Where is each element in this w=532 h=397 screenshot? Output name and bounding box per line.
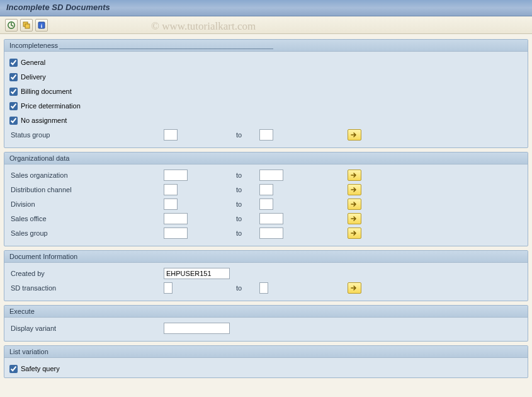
input-created-by[interactable]: [164, 268, 230, 279]
group-header-incompleteness: Incompleteness: [4, 40, 528, 52]
label-to: to: [236, 131, 259, 139]
label-created-by: Created by: [9, 270, 164, 277]
label-price: Price determination: [21, 102, 81, 110]
input-status-group-from[interactable]: [164, 129, 178, 141]
title-bar: Incomplete SD Documents: [0, 0, 532, 16]
page-title: Incomplete SD Documents: [6, 3, 526, 12]
group-listvar: List variation Safety query: [4, 345, 528, 378]
multiselect-button-sales-org[interactable]: [348, 170, 361, 181]
label-to: to: [236, 215, 259, 222]
label-sd-tx: SD transaction: [9, 284, 164, 292]
label-to: to: [236, 229, 259, 237]
checkbox-general[interactable]: [9, 59, 18, 67]
group-execute: Execute Display variant: [4, 305, 528, 342]
label-sales-office: Sales office: [9, 215, 164, 222]
label-billing: Billing document: [21, 88, 72, 95]
input-display-variant[interactable]: [164, 323, 230, 334]
label-safety-query: Safety query: [21, 365, 60, 372]
label-delivery: Delivery: [21, 73, 46, 81]
label-dist-channel: Distribution channel: [9, 186, 164, 193]
input-sales-group-to[interactable]: [259, 227, 283, 239]
group-docinfo: Document Information Created by SD trans…: [4, 250, 528, 301]
checkbox-delivery[interactable]: [9, 73, 18, 81]
input-sales-org-to[interactable]: [259, 170, 283, 181]
execute-icon[interactable]: [5, 19, 18, 32]
label-sales-group: Sales group: [9, 229, 164, 237]
group-orgdata: Organizational data Sales organization t…: [4, 152, 528, 246]
label-sales-org: Sales organization: [9, 171, 164, 179]
variant-icon[interactable]: [20, 19, 33, 32]
multiselect-button-sales-office[interactable]: [348, 213, 361, 224]
multiselect-button-division[interactable]: [348, 198, 361, 210]
multiselect-button-status-group[interactable]: [348, 129, 361, 141]
label-to: to: [236, 186, 259, 193]
multiselect-button-sd-tx[interactable]: [348, 282, 361, 294]
group-header-listvar: List variation: [4, 346, 528, 358]
multiselect-button-sales-group[interactable]: [348, 227, 361, 239]
checkbox-billing[interactable]: [9, 88, 18, 96]
multiselect-button-dist-channel[interactable]: [348, 184, 361, 195]
input-sales-org-from[interactable]: [164, 170, 188, 181]
checkbox-safety-query[interactable]: [9, 365, 18, 373]
label-noassign: No assignment: [21, 117, 67, 124]
checkbox-price[interactable]: [9, 102, 18, 110]
group-incompleteness: Incompleteness General Delivery Billing …: [4, 39, 528, 148]
input-sd-tx-to[interactable]: [259, 282, 268, 294]
input-dist-channel-to[interactable]: [259, 184, 273, 195]
input-sales-office-to[interactable]: [259, 213, 283, 224]
header-underline: [59, 42, 273, 49]
input-dist-channel-from[interactable]: [164, 184, 178, 195]
group-header-orgdata: Organizational data: [4, 152, 528, 164]
group-header-execute: Execute: [4, 306, 528, 318]
checkbox-noassign[interactable]: [9, 117, 18, 125]
label-display-variant: Display variant: [9, 325, 164, 332]
label-to: to: [236, 200, 259, 208]
group-header-docinfo: Document Information: [4, 251, 528, 263]
input-status-group-to[interactable]: [259, 129, 273, 141]
input-sd-tx-from[interactable]: [164, 282, 173, 294]
input-sales-group-from[interactable]: [164, 227, 188, 239]
label-general: General: [21, 59, 45, 66]
input-division-to[interactable]: [259, 198, 273, 210]
group-header-label: Incompleteness: [9, 42, 58, 49]
info-icon[interactable]: i: [35, 19, 48, 32]
input-division-from[interactable]: [164, 198, 178, 210]
label-to: to: [236, 284, 259, 292]
svg-rect-2: [25, 24, 30, 28]
content-area: Incompleteness General Delivery Billing …: [0, 34, 532, 383]
toolbar: i: [0, 16, 532, 34]
input-sales-office-from[interactable]: [164, 213, 188, 224]
label-division: Division: [9, 200, 164, 208]
label-status-group: Status group: [9, 131, 164, 139]
label-to: to: [236, 171, 259, 179]
